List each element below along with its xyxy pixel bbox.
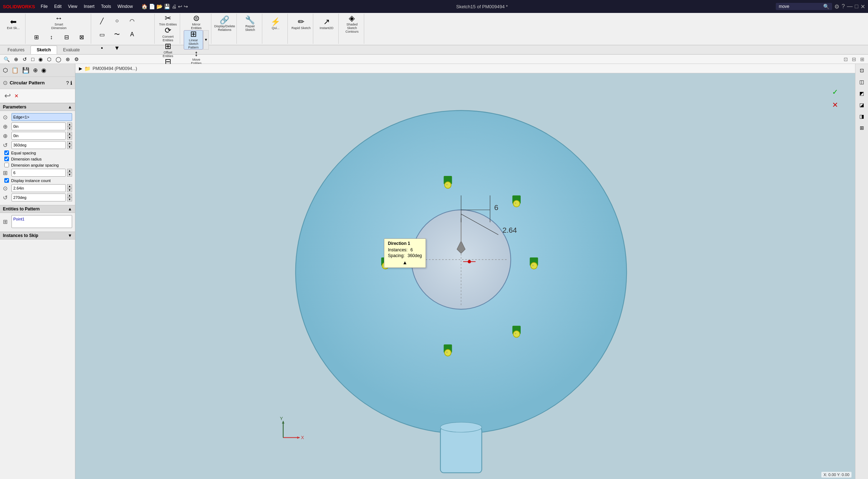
arc-button[interactable]: ◠ — [125, 14, 139, 27]
subbar-icon-2[interactable]: ⊕ — [13, 56, 20, 63]
parameters-section-header[interactable]: Parameters ▲ — [0, 103, 75, 111]
subbar-icon-3[interactable]: ↺ — [21, 56, 28, 63]
menu-insert[interactable]: Insert — [81, 3, 97, 10]
toolbar-icon-print[interactable]: 🖨 — [172, 4, 177, 9]
right-view-2[interactable]: ⊟ — [850, 56, 858, 63]
x-spin-up[interactable]: ▲ — [67, 122, 72, 126]
close-btn[interactable]: ✕ — [860, 3, 865, 10]
text-button[interactable]: A — [125, 28, 139, 41]
repair-sketch-button[interactable]: 🔧 Repair Sketch — [240, 14, 260, 34]
menu-tools[interactable]: Tools — [98, 3, 114, 10]
cancel-button[interactable]: ✕ — [829, 99, 841, 111]
dimension-angular-spacing-label[interactable]: Dimension angular spacing — [11, 163, 59, 167]
start-angle-spin-down[interactable]: ▼ — [67, 197, 72, 201]
equal-spacing-checkbox[interactable] — [4, 150, 9, 155]
angle-spin-up[interactable]: ▲ — [67, 141, 72, 145]
help-question-btn[interactable]: ? — [66, 80, 69, 86]
start-angle-input[interactable] — [11, 194, 66, 201]
right-sidebar-btn-5[interactable]: ◨ — [857, 111, 867, 121]
toolbar-icon-new[interactable]: 📄 — [149, 4, 155, 9]
subbar-icon-6[interactable]: ⬡ — [46, 56, 53, 63]
tree-expand-arrow[interactable]: ▶ — [79, 66, 82, 71]
tab-features[interactable]: Features — [1, 46, 31, 54]
dim-sub-2[interactable]: ↕ — [44, 31, 58, 44]
subbar-icon-5[interactable]: ◉ — [37, 56, 44, 63]
dim-sub-3[interactable]: ⊟ — [59, 31, 74, 44]
shaded-contours-button[interactable]: ◈ Shaded Sketch Contours — [342, 14, 362, 34]
menu-view[interactable]: View — [65, 3, 80, 10]
radius-spin-down[interactable]: ▼ — [67, 188, 72, 192]
offset-entities-button[interactable]: ⊞ Offset Entities — [158, 42, 178, 58]
tab-evaluate[interactable]: Evaluate — [57, 46, 86, 54]
x-spin-down[interactable]: ▼ — [67, 126, 72, 130]
line-button[interactable]: ╱ — [95, 14, 109, 27]
close-panel-button[interactable]: ✕ — [14, 93, 19, 99]
spline-button[interactable]: 〜 — [110, 28, 124, 41]
help-info-btn[interactable]: ℹ — [70, 80, 72, 86]
display-instance-count-checkbox[interactable] — [4, 178, 9, 183]
angle-input[interactable] — [11, 141, 66, 149]
exit-sketch-button[interactable]: ⬅ Exit Sk... — [4, 14, 23, 34]
linear-pattern-dropdown[interactable]: ▼ — [203, 30, 209, 50]
panel-icon-property[interactable]: 📋 — [11, 66, 19, 74]
linear-pattern-button[interactable]: ⊞ Linear Sketch Pattern — [184, 30, 203, 50]
dim-sub-4[interactable]: ⊠ — [74, 31, 89, 44]
settings-icon[interactable]: ⚙ — [834, 3, 839, 10]
display-delete-relations-button[interactable]: 🔗 Display/Delete Relations — [215, 14, 234, 34]
entities-section-header[interactable]: Entities to Pattern ▲ — [0, 205, 75, 213]
right-sidebar-btn-6[interactable]: ⊞ — [857, 123, 867, 133]
count-spin-up[interactable]: ▲ — [67, 169, 72, 173]
ok-button[interactable]: ✓ — [829, 86, 841, 98]
toolbar-icon-save[interactable]: 💾 — [164, 4, 170, 9]
count-input[interactable] — [11, 169, 66, 177]
x-coord-input[interactable] — [11, 122, 66, 130]
toolbar-icon-open[interactable]: 📂 — [156, 4, 163, 9]
radius-spin-up[interactable]: ▲ — [67, 184, 72, 188]
panel-icon-feature[interactable]: ⬡ — [2, 66, 9, 74]
subbar-icon-1[interactable]: 🔍 — [2, 56, 11, 63]
toolbar-icon-home[interactable]: 🏠 — [141, 4, 147, 9]
point-button[interactable]: • — [95, 42, 109, 55]
direction-tooltip-up-arrow[interactable]: ▲ — [402, 260, 407, 265]
skip-section-header[interactable]: Instances to Skip ▼ — [0, 232, 75, 240]
circle-button[interactable]: ○ — [110, 14, 124, 27]
equal-spacing-label[interactable]: Equal spacing — [11, 151, 36, 155]
subbar-icon-8[interactable]: ⊛ — [64, 56, 71, 63]
main-canvas[interactable]: 6 2.64 * * — [75, 73, 855, 479]
quick-snaps-button[interactable]: ⚡ Qui... — [266, 14, 285, 34]
dimension-angular-spacing-checkbox[interactable] — [4, 163, 9, 167]
panel-icon-appear[interactable]: ◉ — [41, 66, 47, 74]
menu-edit[interactable]: Edit — [51, 3, 65, 10]
instant2d-button[interactable]: ↗ Instant2D — [317, 14, 336, 34]
help-icon[interactable]: ? — [841, 3, 845, 10]
subbar-icon-7[interactable]: ◯ — [54, 56, 63, 63]
mirror-entities-button[interactable]: ⊜ Mirror Entities — [187, 14, 206, 30]
right-sidebar-btn-4[interactable]: ◪ — [857, 100, 867, 110]
tab-sketch[interactable]: Sketch — [31, 46, 57, 54]
convert-entities-button[interactable]: ⟳ Convert Entities — [158, 27, 178, 42]
toolbar-icon-redo[interactable]: ↪ — [184, 4, 188, 9]
menu-window[interactable]: Window — [114, 3, 136, 10]
subbar-icon-9[interactable]: ⚙ — [73, 56, 80, 63]
panel-icon-display[interactable]: ⊕ — [32, 66, 38, 74]
start-angle-spin-up[interactable]: ▲ — [67, 194, 72, 197]
right-sidebar-btn-1[interactable]: ⊡ — [857, 65, 867, 75]
subbar-icon-4[interactable]: □ — [30, 56, 36, 63]
angle-spin-down[interactable]: ▼ — [67, 145, 72, 149]
count-spin-down[interactable]: ▼ — [67, 173, 72, 177]
entity-input-box[interactable]: Point1 — [11, 215, 72, 228]
panel-icon-config[interactable]: 💾 — [22, 66, 30, 74]
rect-button[interactable]: ▭ — [95, 28, 109, 41]
dimension-radius-label[interactable]: Dimension radius — [11, 157, 42, 161]
trim-entities-button[interactable]: ✂ Trim Entities — [158, 14, 178, 27]
y-spin-down[interactable]: ▼ — [67, 136, 72, 140]
right-view-3[interactable]: ⊞ — [859, 56, 866, 63]
toolbar-icon-undo[interactable]: ↩ — [178, 4, 182, 9]
maximize-btn[interactable]: □ — [855, 3, 858, 10]
move-entities-button[interactable]: ↕ Move Entities — [187, 50, 206, 65]
more-button[interactable]: ▼ — [110, 42, 124, 55]
right-sidebar-btn-3[interactable]: ◩ — [857, 88, 867, 98]
display-instance-count-label[interactable]: Display instance count — [11, 178, 51, 183]
dim-sub-1[interactable]: ⊞ — [29, 31, 43, 44]
minimize-btn[interactable]: — — [847, 3, 853, 10]
